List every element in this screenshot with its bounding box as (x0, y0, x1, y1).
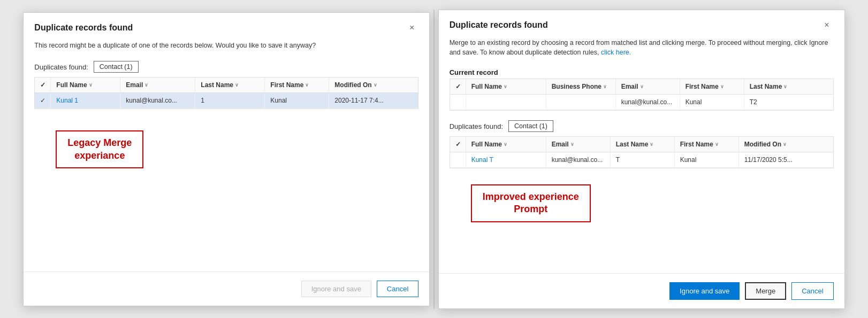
right-fullname-link[interactable]: Kunal T (471, 156, 493, 164)
left-dialog-footer: Ignore and save Cancel (24, 272, 429, 306)
right-contact-tab[interactable]: Contact (1) (508, 120, 553, 132)
right-cur-th-check: ✓ (450, 79, 466, 94)
left-td-modified: 2020-11-17 7:4... (329, 93, 415, 108)
right-dup-th-email: Email ∨ (546, 137, 611, 152)
left-cancel-button[interactable]: Cancel (377, 281, 418, 297)
right-dup-table-header: ✓ Full Name ∨ Email ∨ Last Name ∨ First … (450, 137, 833, 152)
right-cur-td-fullname (466, 95, 546, 110)
right-dup-th-fullname: Full Name ∨ (466, 137, 546, 152)
right-dup-th-modified: Modified On ∨ (739, 137, 809, 152)
current-record-label: Current record (439, 64, 844, 79)
right-dup-td-firstname: Kunal (675, 152, 739, 167)
left-td-lastname: 1 (195, 93, 265, 108)
current-record-table: ✓ Full Name ∨ Business Phone ∨ Email ∨ F… (450, 79, 834, 111)
left-td-email: kunal@kunal.co... (120, 93, 195, 108)
right-cur-th-phone: Business Phone ∨ (546, 79, 616, 94)
left-td-check: ✓ (35, 93, 51, 108)
right-cur-th-email: Email ∨ (616, 79, 680, 94)
left-td-fullname: Kunal 1 (51, 93, 120, 108)
right-dup-table-row[interactable]: Kunal T kunal@kunal.co... T Kunal 11/17/… (450, 152, 833, 168)
left-fullname-link[interactable]: Kunal 1 (56, 97, 78, 104)
left-th-email: Email ∨ (120, 77, 195, 92)
center-divider (433, 10, 435, 309)
right-dialog-subtitle: Merge to an existing record by choosing … (439, 36, 844, 65)
right-duplicates-label: Duplicates found: Contact (1) (439, 116, 844, 136)
sort-icon: ∨ (235, 82, 239, 88)
sort-icon: ∨ (305, 82, 309, 88)
right-close-button[interactable]: × (820, 19, 833, 32)
right-dup-td-lastname: T (611, 152, 675, 167)
left-th-lastname: Last Name ∨ (195, 77, 265, 92)
left-th-modified: Modified On ∨ (329, 77, 415, 92)
improved-annotation: Improved experience Prompt (471, 184, 591, 222)
left-th-fullname: Full Name ∨ (51, 77, 120, 92)
right-cur-td-phone (546, 95, 616, 110)
left-th-check: ✓ (35, 77, 51, 92)
left-th-firstname: First Name ∨ (265, 77, 329, 92)
right-dialog-header: Duplicate records found × (439, 10, 844, 36)
right-merge-button[interactable]: Merge (745, 282, 786, 300)
right-cur-th-lastname: Last Name ∨ (744, 79, 814, 94)
right-duplicates-table: ✓ Full Name ∨ Email ∨ Last Name ∨ First … (450, 136, 834, 168)
left-dialog-header: Duplicate records found × (24, 13, 429, 38)
right-dup-td-fullname: Kunal T (466, 152, 546, 167)
current-table-header: ✓ Full Name ∨ Business Phone ∨ Email ∨ F… (450, 79, 833, 95)
current-record-row: kunal@kunal.co... Kunal T2 (450, 95, 833, 110)
right-dup-td-modified: 11/17/2020 5:5... (739, 152, 809, 167)
click-here-link[interactable]: click here. (601, 49, 631, 56)
left-td-firstname: Kunal (265, 93, 329, 108)
left-contact-tab[interactable]: Contact (1) (94, 61, 139, 73)
right-cur-td-firstname: Kunal (680, 95, 744, 110)
right-dup-th-lastname: Last Name ∨ (611, 137, 675, 152)
screen: Duplicate records found × This record mi… (0, 0, 868, 318)
left-ignore-save-button: Ignore and save (301, 281, 371, 297)
left-dialog: Duplicate records found × This record mi… (23, 12, 430, 306)
right-dup-td-check (450, 152, 466, 167)
right-cur-td-check (450, 95, 466, 110)
legacy-annotation: Legacy Merge experiance (56, 130, 143, 168)
right-dialog: Duplicate records found × Merge to an ex… (438, 10, 845, 309)
right-dialog-footer: Ignore and save Merge Cancel (439, 273, 844, 308)
right-dialog-title: Duplicate records found (450, 20, 548, 30)
right-dup-td-email: kunal@kunal.co... (546, 152, 611, 167)
left-table-header: ✓ Full Name ∨ Email ∨ Last Name ∨ First … (35, 77, 418, 93)
sort-icon: ∨ (144, 82, 148, 88)
right-cur-td-email: kunal@kunal.co... (616, 95, 680, 110)
right-ignore-save-button[interactable]: Ignore and save (669, 282, 740, 300)
left-dialog-title: Duplicate records found (34, 23, 133, 33)
left-close-button[interactable]: × (405, 21, 418, 34)
left-duplicates-table: ✓ Full Name ∨ Email ∨ Last Name ∨ First … (34, 77, 418, 109)
sort-icon: ∨ (374, 82, 377, 88)
right-dup-th-check: ✓ (450, 137, 466, 152)
left-dialog-subtitle: This record might be a duplicate of one … (24, 38, 429, 57)
left-table-row[interactable]: ✓ Kunal 1 kunal@kunal.co... 1 Kunal 2020… (35, 93, 418, 108)
right-cur-td-lastname: T2 (744, 95, 814, 110)
right-cur-th-fullname: Full Name ∨ (466, 79, 546, 94)
right-cancel-button[interactable]: Cancel (791, 282, 833, 300)
right-dup-th-firstname: First Name ∨ (675, 137, 739, 152)
right-cur-th-firstname: First Name ∨ (680, 79, 744, 94)
sort-icon: ∨ (89, 82, 93, 88)
left-duplicates-label: Duplicates found: Contact (1) (24, 57, 429, 77)
